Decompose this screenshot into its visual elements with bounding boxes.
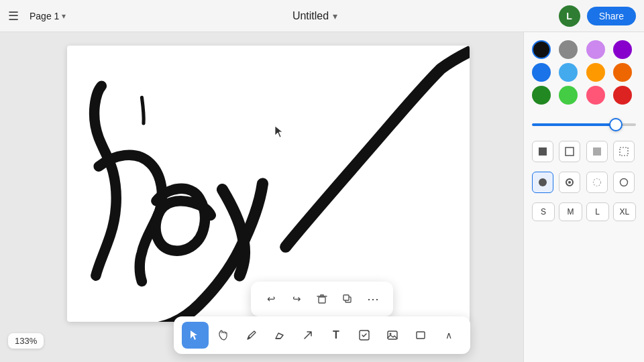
- size-option-M[interactable]: M: [559, 202, 582, 221]
- size-option-XL[interactable]: XL: [613, 202, 636, 221]
- svg-point-5: [390, 333, 392, 335]
- color-swatch-red[interactable]: [613, 86, 632, 105]
- page-selector[interactable]: Page 1 ▾: [24, 8, 71, 24]
- more-options-button[interactable]: ⋯: [361, 287, 385, 311]
- nib-style-ring-circle[interactable]: [559, 172, 580, 193]
- svg-point-14: [593, 179, 600, 186]
- edit-tool-button[interactable]: [351, 322, 378, 349]
- title-chevron-icon: ▾: [333, 11, 337, 21]
- stroke-size-slider-container: [532, 114, 636, 131]
- color-swatch-lavender[interactable]: [586, 40, 605, 59]
- floating-toolbar: ↩ ↪ ⋯: [251, 282, 393, 316]
- nib-style-dotted-circle[interactable]: [586, 172, 608, 193]
- zoom-level: 133%: [15, 336, 37, 346]
- text-tool-button[interactable]: T: [323, 322, 350, 349]
- delete-button[interactable]: [310, 287, 334, 311]
- svg-rect-6: [417, 332, 425, 339]
- duplicate-button[interactable]: [335, 287, 360, 311]
- header-left: ☰ Page 1 ▾: [8, 8, 71, 24]
- nib-style-empty-circle[interactable]: [613, 172, 635, 193]
- size-option-L[interactable]: L: [586, 202, 609, 221]
- color-swatch-blue[interactable]: [532, 63, 551, 82]
- size-labels: SMLXL: [532, 202, 636, 221]
- pencil-tool-button[interactable]: [238, 322, 265, 349]
- color-swatch-dark-orange[interactable]: [613, 63, 632, 82]
- size-option-S[interactable]: S: [532, 202, 555, 221]
- svg-rect-8: [566, 147, 574, 156]
- color-swatch-light-blue[interactable]: [559, 63, 578, 82]
- canvas-surface[interactable]: [67, 46, 470, 322]
- redo-button[interactable]: ↪: [284, 287, 309, 311]
- image-tool-button[interactable]: [379, 322, 406, 349]
- svg-rect-0: [319, 297, 325, 303]
- svg-point-13: [568, 181, 571, 184]
- bottom-tool-palette: T ∧: [174, 316, 470, 354]
- page-chevron-icon: ▾: [62, 11, 66, 21]
- frame-tool-button[interactable]: [407, 322, 434, 349]
- avatar[interactable]: L: [559, 5, 580, 27]
- zoom-indicator: 133%: [8, 333, 44, 349]
- nib-style-grid: [532, 172, 636, 193]
- share-button[interactable]: Share: [587, 7, 636, 25]
- svg-rect-4: [388, 331, 397, 339]
- document-title: Untitled: [292, 10, 329, 22]
- hand-tool-button[interactable]: [210, 322, 237, 349]
- drawing-canvas[interactable]: [67, 46, 470, 322]
- color-swatch-orange[interactable]: [586, 63, 605, 82]
- svg-rect-10: [620, 147, 628, 156]
- color-palette: [532, 40, 636, 105]
- header-right: L Share: [559, 5, 636, 27]
- brush-style-square-outline[interactable]: [559, 141, 580, 162]
- header: ☰ Page 1 ▾ Untitled ▾ L Share: [0, 0, 644, 32]
- undo-button[interactable]: ↩: [259, 287, 283, 311]
- color-swatch-pink[interactable]: [586, 86, 605, 105]
- select-tool-button[interactable]: [182, 322, 209, 349]
- color-swatch-purple[interactable]: [613, 40, 632, 59]
- svg-point-11: [539, 178, 547, 186]
- nib-style-filled-circle[interactable]: [532, 172, 553, 193]
- brush-style-grid: [532, 141, 636, 162]
- eraser-tool-button[interactable]: [266, 322, 293, 349]
- color-swatch-gray[interactable]: [559, 40, 578, 59]
- more-tools-button[interactable]: ∧: [435, 322, 462, 349]
- title-area[interactable]: Untitled ▾: [292, 10, 337, 22]
- stroke-size-slider[interactable]: [532, 123, 636, 126]
- svg-rect-2: [343, 295, 349, 300]
- color-swatch-dark-green[interactable]: [532, 86, 551, 105]
- color-swatch-black[interactable]: [532, 40, 551, 59]
- brush-style-pattern-square[interactable]: [613, 141, 635, 162]
- arrow-tool-button[interactable]: [294, 322, 321, 349]
- svg-rect-9: [593, 147, 601, 156]
- right-panel: SMLXL: [523, 32, 644, 362]
- svg-point-15: [620, 179, 627, 186]
- color-swatch-green[interactable]: [559, 86, 578, 105]
- page-label: Page 1: [30, 11, 59, 21]
- brush-style-solid-square[interactable]: [532, 141, 553, 162]
- menu-icon[interactable]: ☰: [8, 9, 19, 23]
- svg-rect-7: [539, 147, 547, 156]
- brush-style-gray-square[interactable]: [586, 141, 608, 162]
